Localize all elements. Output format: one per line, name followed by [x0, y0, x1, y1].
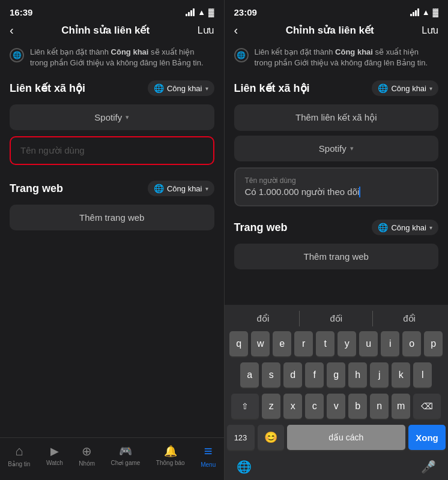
status-bar-left: 16:39 ▲ ▓: [0, 0, 224, 20]
num-key[interactable]: 123: [227, 425, 255, 450]
key-c[interactable]: c: [305, 394, 324, 419]
web-chevron-icon-right: ▾: [429, 224, 432, 231]
key-w[interactable]: w: [251, 331, 270, 356]
key-d[interactable]: d: [283, 362, 302, 388]
spotify-chevron-icon-right: ▾: [350, 145, 354, 152]
username-value-right: Có 1.000.000 người theo dõi: [245, 187, 428, 197]
autocomplete-item-3[interactable]: đổi: [373, 311, 446, 326]
signal-icon-right: [410, 9, 419, 16]
left-panel: 16:39 ▲ ▓ ‹ Chỉnh sửa liên kết Lưu Liên …: [0, 0, 224, 480]
spotify-dropdown-right[interactable]: Spotify ▾: [234, 136, 439, 161]
spotify-dropdown-left[interactable]: Spotify ▾: [10, 104, 214, 130]
key-n[interactable]: n: [370, 394, 389, 419]
key-z[interactable]: z: [262, 394, 280, 419]
nav-gaming-left[interactable]: 🎮 Chơi game: [111, 445, 141, 466]
key-u[interactable]: u: [359, 331, 378, 356]
info-section-left: Liên kết bạn đặt thành Công khai sẽ xuất…: [0, 42, 224, 76]
bottom-nav-left: ⌂ Bảng tin ▶ Watch ⊕ Nhóm 🎮 Chơi game 🔔 …: [0, 437, 224, 480]
gaming-icon: 🎮: [119, 445, 132, 458]
social-title-left: Liên kết xã hội: [10, 82, 85, 95]
web-public-badge-left[interactable]: 🌐 Công khai ▾: [148, 181, 214, 196]
key-o[interactable]: o: [402, 331, 421, 356]
key-m[interactable]: m: [392, 394, 410, 419]
nav-menu-left[interactable]: ≡ Menu: [201, 443, 216, 468]
social-section-header-right: Liên kết xã hội 🌐 Công khai ▾: [225, 76, 449, 102]
spotify-label-left: Spotify: [94, 112, 122, 122]
backspace-key[interactable]: ⌫: [413, 394, 441, 419]
page-title-left: Chỉnh sửa liên kết: [61, 24, 150, 37]
username-input-left[interactable]: [10, 136, 214, 165]
time-left: 16:39: [10, 7, 32, 17]
shift-key[interactable]: ⇧: [231, 394, 259, 419]
globe-key[interactable]: 🌐: [237, 460, 252, 474]
home-icon: ⌂: [15, 443, 23, 459]
nav-bar-right: ‹ Chỉnh sửa liên kết Lưu: [225, 20, 449, 42]
web-section-header-left: Trang web 🌐 Công khai ▾: [0, 176, 224, 202]
key-y[interactable]: y: [338, 331, 356, 356]
keyboard-row-3: ⇧ z x c v b n m ⌫: [227, 394, 446, 419]
info-bold-right: Công khai: [335, 47, 373, 56]
gaming-label: Chơi game: [111, 460, 141, 466]
back-button-left[interactable]: ‹: [10, 23, 14, 37]
key-f[interactable]: f: [305, 362, 324, 388]
key-i[interactable]: i: [381, 331, 399, 356]
username-input-right[interactable]: Tên người dùng Có 1.000.000 người theo d…: [234, 167, 439, 206]
nav-home-left[interactable]: ⌂ Bảng tin: [8, 443, 30, 467]
keyboard: đổi đối đổi q w e r t y u i o p a s d f …: [225, 305, 449, 480]
home-label: Bảng tin: [8, 461, 30, 467]
key-e[interactable]: e: [273, 331, 291, 356]
key-s[interactable]: s: [262, 362, 280, 388]
web-title-left: Trang web: [10, 182, 63, 195]
keyboard-row-1: q w e r t y u i o p: [227, 331, 446, 356]
key-h[interactable]: h: [348, 362, 367, 388]
nav-watch-left[interactable]: ▶ Watch: [46, 445, 63, 466]
menu-label: Menu: [201, 461, 216, 468]
signal-icon: [186, 9, 195, 16]
autocomplete-item-2[interactable]: đối: [300, 311, 373, 326]
web-public-label-left: Công khai: [167, 184, 202, 193]
nav-groups-left[interactable]: ⊕ Nhóm: [79, 444, 95, 467]
key-b[interactable]: b: [348, 394, 367, 419]
save-button-left[interactable]: Lưu: [198, 25, 214, 36]
save-button-right[interactable]: Lưu: [422, 25, 438, 36]
web-public-badge-right[interactable]: 🌐 Công khai ▾: [372, 220, 438, 235]
key-x[interactable]: x: [283, 394, 302, 419]
globe-info-icon-left: [10, 48, 24, 62]
bell-icon: 🔔: [164, 445, 177, 458]
back-button-right[interactable]: ‹: [234, 23, 238, 37]
add-web-button-right[interactable]: Thêm trang web: [234, 244, 439, 269]
key-a[interactable]: a: [240, 362, 259, 388]
autocomplete-item-1[interactable]: đổi: [227, 311, 300, 326]
done-key[interactable]: Xong: [408, 425, 446, 450]
key-k[interactable]: k: [392, 362, 410, 388]
autocomplete-row: đổi đối đổi: [227, 308, 446, 331]
key-g[interactable]: g: [327, 362, 345, 388]
globe-web-icon-right: 🌐: [378, 223, 388, 232]
add-web-button-left[interactable]: Thêm trang web: [10, 205, 214, 230]
username-text-field-left[interactable]: [20, 145, 204, 155]
key-r[interactable]: r: [294, 331, 313, 356]
right-panel: 23:09 ▲ ▓ ‹ Chỉnh sửa liên kết Lưu Liên …: [225, 0, 449, 480]
key-j[interactable]: j: [370, 362, 389, 388]
nav-bell-left[interactable]: 🔔 Thông báo: [156, 445, 185, 466]
public-badge-left[interactable]: 🌐 Công khai ▾: [148, 80, 214, 96]
space-key[interactable]: dấu cách: [287, 425, 406, 450]
battery-icon: ▓: [208, 8, 214, 17]
emoji-key[interactable]: 😊: [258, 425, 284, 450]
key-v[interactable]: v: [327, 394, 345, 419]
key-l[interactable]: l: [413, 362, 432, 388]
key-t[interactable]: t: [316, 331, 334, 356]
key-q[interactable]: q: [229, 331, 248, 356]
mic-key[interactable]: 🎤: [421, 460, 436, 474]
bell-label: Thông báo: [156, 460, 185, 466]
public-badge-right[interactable]: 🌐 Công khai ▾: [372, 80, 438, 96]
globe-badge-icon-left: 🌐: [154, 83, 164, 93]
info-text-left: Liên kết bạn đặt thành Công khai sẽ xuất…: [30, 47, 214, 68]
add-social-button-right[interactable]: Thêm liên kết xã hội: [234, 104, 439, 131]
key-p[interactable]: p: [424, 331, 443, 356]
info-bold-left: Công khai: [111, 47, 149, 56]
chevron-down-icon-left: ▾: [205, 85, 208, 92]
social-title-right: Liên kết xã hội: [234, 82, 310, 95]
watch-label: Watch: [46, 460, 63, 466]
public-label-right: Công khai: [391, 84, 426, 93]
